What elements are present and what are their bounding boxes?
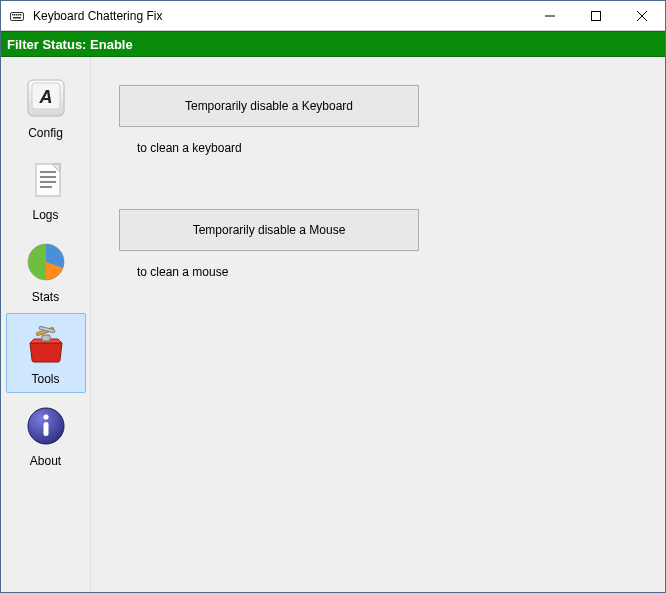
maximize-button[interactable] <box>573 1 619 30</box>
sidebar-item-stats[interactable]: Stats <box>6 231 86 311</box>
disable-keyboard-button[interactable]: Temporarily disable a Keyboard <box>119 85 419 127</box>
document-icon <box>22 156 70 204</box>
svg-point-26 <box>43 414 48 419</box>
pie-chart-icon <box>22 238 70 286</box>
svg-rect-6 <box>13 17 21 19</box>
sidebar-item-label: Stats <box>9 290 83 304</box>
app-icon <box>9 8 25 24</box>
sidebar-item-label: About <box>9 454 83 468</box>
disable-mouse-desc: to clean a mouse <box>137 265 637 279</box>
svg-rect-4 <box>18 14 20 16</box>
button-label: Temporarily disable a Keyboard <box>185 99 353 113</box>
body: A Config Logs <box>1 57 665 592</box>
sidebar-item-label: Tools <box>9 372 83 386</box>
sidebar-item-tools[interactable]: Tools <box>6 313 86 393</box>
minimize-button[interactable] <box>527 1 573 30</box>
toolbox-icon <box>22 320 70 368</box>
svg-rect-27 <box>43 422 48 436</box>
svg-rect-2 <box>14 14 16 16</box>
filter-status-bar: Filter Status: Enable <box>1 31 665 57</box>
titlebar: Keyboard Chattering Fix <box>1 1 665 31</box>
sidebar-item-logs[interactable]: Logs <box>6 149 86 229</box>
svg-text:A: A <box>38 87 52 107</box>
key-a-icon: A <box>22 74 70 122</box>
sidebar-item-label: Config <box>9 126 83 140</box>
info-icon <box>22 402 70 450</box>
svg-rect-0 <box>11 12 24 20</box>
sidebar-item-about[interactable]: About <box>6 395 86 475</box>
filter-status-text: Filter Status: Enable <box>7 37 133 52</box>
main-panel: Temporarily disable a Keyboard to clean … <box>91 57 665 592</box>
svg-rect-8 <box>592 11 601 20</box>
svg-rect-1 <box>12 14 14 16</box>
svg-rect-5 <box>20 14 22 16</box>
window-title: Keyboard Chattering Fix <box>33 9 527 23</box>
sidebar: A Config Logs <box>1 57 91 592</box>
close-button[interactable] <box>619 1 665 30</box>
sidebar-item-label: Logs <box>9 208 83 222</box>
sidebar-item-config[interactable]: A Config <box>6 67 86 147</box>
button-label: Temporarily disable a Mouse <box>193 223 346 237</box>
svg-rect-22 <box>42 335 50 341</box>
svg-rect-3 <box>16 14 18 16</box>
window-controls <box>527 1 665 30</box>
app-window: Keyboard Chattering Fix Filter Status: E… <box>0 0 666 593</box>
disable-mouse-button[interactable]: Temporarily disable a Mouse <box>119 209 419 251</box>
disable-keyboard-desc: to clean a keyboard <box>137 141 637 155</box>
